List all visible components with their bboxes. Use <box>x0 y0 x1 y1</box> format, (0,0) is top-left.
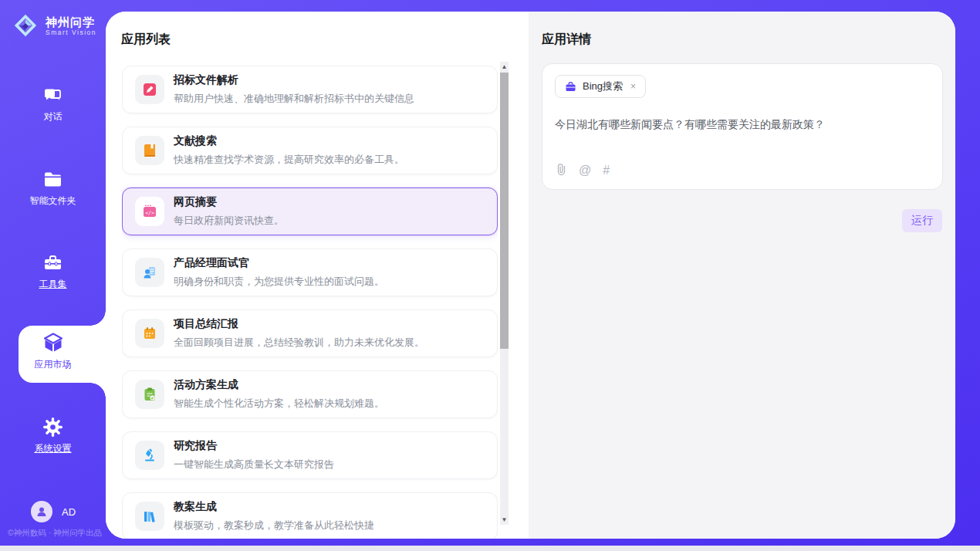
app-desc: 明确身份和职责，为您提供专业性的面试问题。 <box>174 275 384 289</box>
sidebar-item-label: 应用市场 <box>0 358 106 371</box>
app-list-panel: 应用列表 招标文件解析 帮助用户快速、准确地理解和解析招标书中的关键信息 <box>106 12 529 539</box>
sidebar-item-settings[interactable]: 系统设置 <box>0 417 106 455</box>
brand-logo: 神州问学 Smart Vision <box>11 11 96 40</box>
folder-icon <box>0 169 106 190</box>
plan-icon <box>135 380 164 409</box>
at-icon[interactable]: @ <box>579 164 591 177</box>
summary-icon <box>135 319 164 348</box>
scroll-up-arrow[interactable]: ▲ <box>500 62 509 72</box>
query-text[interactable]: 今日湖北有哪些新闻要点？有哪些需要关注的最新政策？ <box>555 118 930 132</box>
scroll-down-arrow[interactable]: ▼ <box>500 515 509 525</box>
app-desc: 帮助用户快速、准确地理解和解析招标书中的关键信息 <box>174 92 414 106</box>
sidebar-footer: ©神州数码 · 神州问学出品 <box>8 528 102 539</box>
sidebar-item-label: 系统设置 <box>0 442 106 455</box>
hash-icon[interactable]: # <box>603 164 610 177</box>
sidebar-item-label: 工具集 <box>0 278 106 291</box>
app-desc: 智能生成个性化活动方案，轻松解决规划难题。 <box>174 397 384 411</box>
toolbox-icon <box>0 252 106 273</box>
app-name: 网页摘要 <box>174 195 284 209</box>
lesson-icon <box>135 502 164 531</box>
user-account[interactable]: AD <box>31 501 76 522</box>
app-name: 活动方案生成 <box>174 378 384 392</box>
app-card-pm-interviewer[interactable]: 产品经理面试官 明确身份和职责，为您提供专业性的面试问题。 <box>122 248 498 296</box>
list-scrollbar[interactable]: ▲ ▼ <box>500 62 509 525</box>
briefcase-icon <box>565 81 576 93</box>
gear-icon <box>0 417 106 438</box>
app-card-event-plan[interactable]: 活动方案生成 智能生成个性化活动方案，轻松解决规划难题。 <box>122 370 498 418</box>
app-desc: 全面回顾项目进展，总结经验教训，助力未来优化发展。 <box>174 336 424 350</box>
input-toolbar: @ # <box>556 163 610 178</box>
svg-text:</>: </> <box>145 210 154 216</box>
sidebar-item-chat[interactable]: 对话 <box>0 85 106 123</box>
app-card-literature-search[interactable]: 文献搜索 快速精准查找学术资源，提高研究效率的必备工具。 <box>122 127 498 174</box>
sidebar-item-smart-folder[interactable]: 智能文件夹 <box>0 169 106 208</box>
tool-tag-label: Bing搜索 <box>583 79 623 93</box>
app-desc: 快速精准查找学术资源，提高研究效率的必备工具。 <box>174 153 404 167</box>
sidebar-item-label: 对话 <box>0 110 106 123</box>
app-detail-panel: 应用详情 Bing搜索 × 今日湖北有哪些新闻要点？有哪些需要关注的最新政策？ <box>529 12 955 539</box>
brand-tagline: Smart Vision <box>46 29 96 36</box>
app-name: 项目总结汇报 <box>174 317 424 331</box>
webpage-icon: </> <box>135 197 164 226</box>
app-name: 教案生成 <box>174 500 374 514</box>
run-button[interactable]: 运行 <box>902 209 942 232</box>
app-name: 产品经理面试官 <box>174 256 384 270</box>
research-icon <box>135 441 164 470</box>
app-name: 研究报告 <box>174 439 334 453</box>
app-card-web-summary[interactable]: </> 网页摘要 每日政府新闻资讯快查。 <box>122 188 498 235</box>
sidebar-item-app-market[interactable]: 应用市场 <box>0 332 106 371</box>
sidebar-item-label: 智能文件夹 <box>0 194 106 208</box>
app-desc: 每日政府新闻资讯快查。 <box>174 214 284 228</box>
app-list: 招标文件解析 帮助用户快速、准确地理解和解析招标书中的关键信息 <box>122 66 498 539</box>
person-icon <box>35 505 48 518</box>
edit-doc-icon <box>135 75 164 104</box>
scrollbar-thumb[interactable] <box>500 73 509 349</box>
close-icon[interactable]: × <box>629 81 637 92</box>
brand-name: 神州问学 <box>46 15 96 29</box>
app-card-research-report[interactable]: 研究报告 一键智能生成高质量长文本研究报告 <box>122 431 498 479</box>
tool-tag-bing-search[interactable]: Bing搜索 × <box>555 75 646 98</box>
app-desc: 模板驱动，教案秒成，教学准备从此轻松快捷 <box>174 519 374 532</box>
book-icon <box>135 136 164 165</box>
cube-icon <box>0 332 106 353</box>
app-card-lesson-plan[interactable]: 教案生成 模板驱动，教案秒成，教学准备从此轻松快捷 <box>122 492 498 539</box>
main-content: 应用列表 招标文件解析 帮助用户快速、准确地理解和解析招标书中的关键信息 <box>106 12 955 539</box>
gem-logo-icon <box>11 11 40 40</box>
app-name: 招标文件解析 <box>174 73 414 87</box>
paperclip-icon[interactable] <box>556 163 567 178</box>
sidebar: 神州问学 Smart Vision 对话 智 <box>0 0 106 546</box>
sidebar-item-toolset[interactable]: 工具集 <box>0 252 106 291</box>
chat-icon <box>0 85 106 106</box>
app-name: 文献搜索 <box>174 134 404 148</box>
app-card-bid-parse[interactable]: 招标文件解析 帮助用户快速、准确地理解和解析招标书中的关键信息 <box>122 66 498 113</box>
app-card-project-summary[interactable]: 项目总结汇报 全面回顾项目进展，总结经验教训，助力未来优化发展。 <box>122 309 498 357</box>
app-desc: 一键智能生成高质量长文本研究报告 <box>174 458 334 472</box>
app-detail-title: 应用详情 <box>529 12 955 48</box>
app-list-title: 应用列表 <box>106 12 529 48</box>
interviewer-icon <box>135 258 164 287</box>
query-input-card[interactable]: Bing搜索 × 今日湖北有哪些新闻要点？有哪些需要关注的最新政策？ @ # <box>542 63 943 190</box>
user-initials: AD <box>62 506 76 518</box>
avatar <box>31 501 52 522</box>
app-window: 神州问学 Smart Vision 对话 智 <box>0 0 980 546</box>
